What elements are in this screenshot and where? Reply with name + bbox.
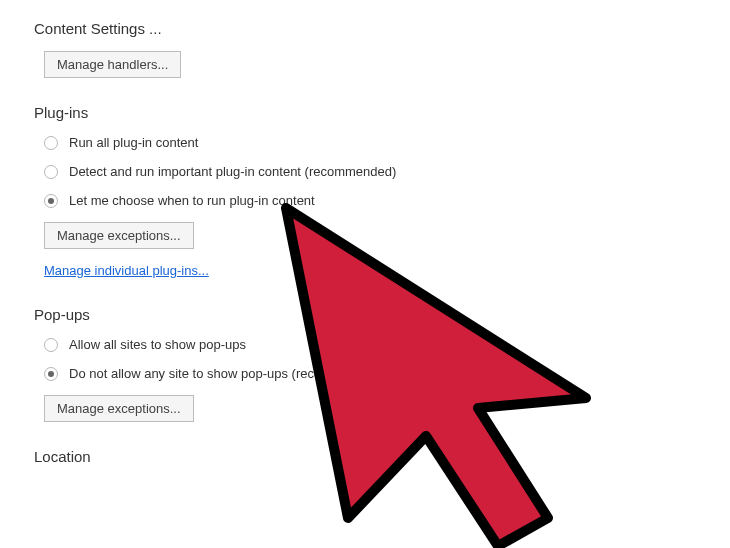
radio-label: Allow all sites to show pop-ups <box>69 337 246 352</box>
radio-icon <box>44 165 58 179</box>
popup-option-allow[interactable]: Allow all sites to show pop-ups <box>44 337 730 352</box>
radio-label: Detect and run important plug-in content… <box>69 164 396 179</box>
location-section: Location <box>34 448 730 465</box>
plugin-option-run-all[interactable]: Run all plug-in content <box>44 135 730 150</box>
radio-label: Run all plug-in content <box>69 135 198 150</box>
manage-exceptions-popups-button[interactable]: Manage exceptions... <box>44 395 194 422</box>
radio-icon <box>44 136 58 150</box>
radio-label: Let me choose when to run plug-in conten… <box>69 193 315 208</box>
content-settings-section: Content Settings ... Manage handlers... <box>34 20 730 84</box>
popups-header: Pop-ups <box>34 306 730 323</box>
plugin-option-detect[interactable]: Detect and run important plug-in content… <box>44 164 730 179</box>
radio-label: Do not allow any site to show pop-ups (r… <box>69 366 383 381</box>
radio-icon <box>44 194 58 208</box>
popups-section: Pop-ups Allow all sites to show pop-ups … <box>34 306 730 428</box>
manage-individual-plugins-link[interactable]: Manage individual plug-ins... <box>44 263 209 278</box>
radio-icon <box>44 367 58 381</box>
plugins-section: Plug-ins Run all plug-in content Detect … <box>34 104 730 286</box>
content-settings-header: Content Settings ... <box>34 20 730 37</box>
popup-option-block[interactable]: Do not allow any site to show pop-ups (r… <box>44 366 730 381</box>
location-header: Location <box>34 448 730 465</box>
manage-handlers-button[interactable]: Manage handlers... <box>44 51 181 78</box>
manage-exceptions-plugins-button[interactable]: Manage exceptions... <box>44 222 194 249</box>
plugin-option-choose[interactable]: Let me choose when to run plug-in conten… <box>44 193 730 208</box>
plugins-header: Plug-ins <box>34 104 730 121</box>
radio-icon <box>44 338 58 352</box>
